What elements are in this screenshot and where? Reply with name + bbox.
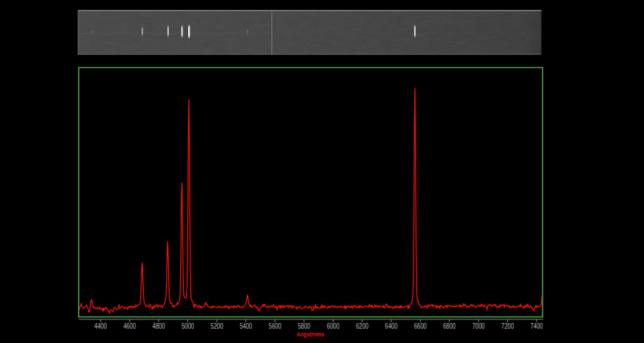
svg-text:7400: 7400 [530,322,543,330]
svg-text:6000: 6000 [327,322,340,330]
svg-text:5000: 5000 [182,322,195,330]
svg-text:4600: 4600 [123,322,136,330]
svg-text:6600: 6600 [414,322,427,330]
svg-text:4400: 4400 [94,322,107,330]
svg-text:5800: 5800 [298,322,311,330]
svg-text:7200: 7200 [502,322,514,330]
svg-text:6200: 6200 [356,322,369,330]
svg-text:5600: 5600 [269,322,282,330]
svg-text:6400: 6400 [385,322,398,330]
svg-text:5400: 5400 [240,322,253,330]
svg-text:6800: 6800 [443,322,456,330]
svg-text:Angstroms: Angstroms [296,330,324,338]
svg-text:5200: 5200 [210,322,223,330]
svg-text:7000: 7000 [472,322,485,330]
svg-text:4800: 4800 [152,322,165,330]
